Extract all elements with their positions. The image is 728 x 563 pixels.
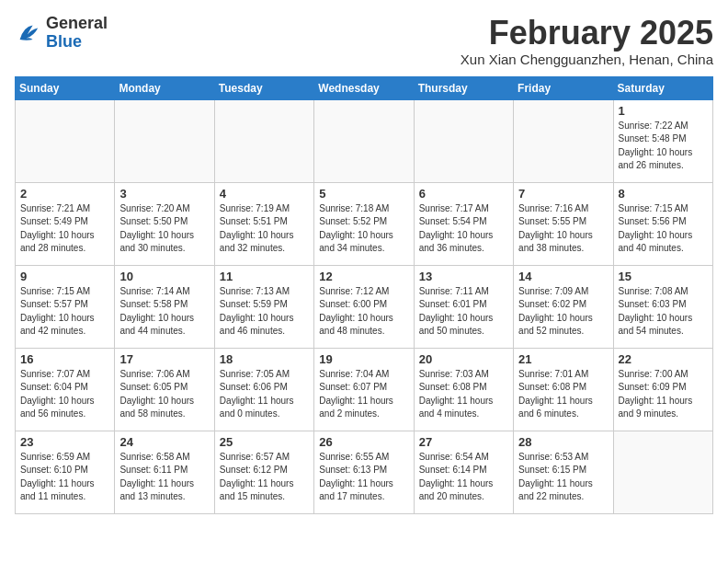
calendar-day-cell: 8Sunrise: 7:15 AM Sunset: 5:56 PM Daylig… bbox=[613, 182, 712, 265]
calendar-day-cell: 17Sunrise: 7:06 AM Sunset: 6:05 PM Dayli… bbox=[115, 348, 214, 431]
day-number: 12 bbox=[319, 270, 408, 283]
day-info: Sunrise: 7:14 AM Sunset: 5:58 PM Dayligh… bbox=[119, 285, 209, 339]
logo-bird-icon bbox=[15, 20, 40, 46]
day-number: 24 bbox=[119, 435, 209, 449]
day-info: Sunrise: 6:55 AM Sunset: 6:13 PM Dayligh… bbox=[319, 451, 408, 504]
calendar-day-cell: 24Sunrise: 6:58 AM Sunset: 6:11 PM Dayli… bbox=[115, 431, 214, 513]
weekday-header-row: SundayMondayTuesdayWednesdayThursdayFrid… bbox=[16, 76, 713, 99]
day-number: 21 bbox=[518, 352, 608, 366]
weekday-header-saturday: Saturday bbox=[613, 76, 712, 99]
calendar-day-cell: 6Sunrise: 7:17 AM Sunset: 5:54 PM Daylig… bbox=[414, 182, 513, 265]
logo-general: General bbox=[46, 14, 108, 32]
day-info: Sunrise: 7:20 AM Sunset: 5:50 PM Dayligh… bbox=[119, 202, 209, 256]
calendar-week-row: 9Sunrise: 7:15 AM Sunset: 5:57 PM Daylig… bbox=[16, 265, 713, 348]
calendar-day-cell bbox=[314, 99, 414, 182]
day-info: Sunrise: 7:05 AM Sunset: 6:06 PM Dayligh… bbox=[220, 368, 309, 421]
calendar-day-cell bbox=[16, 99, 115, 182]
day-number: 26 bbox=[319, 435, 408, 449]
day-number: 27 bbox=[419, 435, 508, 449]
calendar-day-cell: 20Sunrise: 7:03 AM Sunset: 6:08 PM Dayli… bbox=[414, 348, 513, 431]
calendar-day-cell: 13Sunrise: 7:11 AM Sunset: 6:01 PM Dayli… bbox=[414, 265, 513, 348]
day-number: 4 bbox=[220, 187, 309, 201]
logo: General Blue bbox=[15, 15, 108, 52]
day-info: Sunrise: 7:09 AM Sunset: 6:02 PM Dayligh… bbox=[518, 285, 608, 339]
calendar-day-cell: 11Sunrise: 7:13 AM Sunset: 5:59 PM Dayli… bbox=[214, 265, 313, 348]
weekday-header-sunday: Sunday bbox=[16, 76, 115, 99]
calendar-day-cell: 28Sunrise: 6:53 AM Sunset: 6:15 PM Dayli… bbox=[514, 431, 613, 513]
day-info: Sunrise: 7:21 AM Sunset: 5:49 PM Dayligh… bbox=[20, 202, 109, 256]
day-number: 3 bbox=[119, 187, 209, 201]
calendar-day-cell: 27Sunrise: 6:54 AM Sunset: 6:14 PM Dayli… bbox=[414, 431, 513, 513]
day-info: Sunrise: 7:15 AM Sunset: 5:57 PM Dayligh… bbox=[20, 285, 109, 339]
calendar-day-cell: 16Sunrise: 7:07 AM Sunset: 6:04 PM Dayli… bbox=[16, 348, 115, 431]
day-info: Sunrise: 7:15 AM Sunset: 5:56 PM Dayligh… bbox=[619, 202, 708, 256]
day-info: Sunrise: 7:04 AM Sunset: 6:07 PM Dayligh… bbox=[319, 368, 408, 421]
day-info: Sunrise: 7:00 AM Sunset: 6:09 PM Dayligh… bbox=[619, 368, 708, 421]
day-info: Sunrise: 7:17 AM Sunset: 5:54 PM Dayligh… bbox=[419, 202, 508, 256]
calendar-day-cell: 25Sunrise: 6:57 AM Sunset: 6:12 PM Dayli… bbox=[214, 431, 313, 513]
day-number: 16 bbox=[20, 352, 109, 366]
day-info: Sunrise: 7:22 AM Sunset: 5:48 PM Dayligh… bbox=[619, 120, 708, 173]
weekday-header-thursday: Thursday bbox=[414, 76, 513, 99]
calendar-day-cell: 18Sunrise: 7:05 AM Sunset: 6:06 PM Dayli… bbox=[214, 348, 313, 431]
calendar-day-cell: 23Sunrise: 6:59 AM Sunset: 6:10 PM Dayli… bbox=[16, 431, 115, 513]
day-number: 25 bbox=[220, 435, 309, 449]
day-info: Sunrise: 6:59 AM Sunset: 6:10 PM Dayligh… bbox=[20, 451, 109, 504]
weekday-header-wednesday: Wednesday bbox=[314, 76, 414, 99]
day-info: Sunrise: 7:19 AM Sunset: 5:51 PM Dayligh… bbox=[220, 202, 309, 256]
calendar-day-cell: 12Sunrise: 7:12 AM Sunset: 6:00 PM Dayli… bbox=[314, 265, 414, 348]
calendar-day-cell bbox=[115, 99, 214, 182]
calendar-day-cell: 5Sunrise: 7:18 AM Sunset: 5:52 PM Daylig… bbox=[314, 182, 414, 265]
day-info: Sunrise: 7:01 AM Sunset: 6:08 PM Dayligh… bbox=[518, 368, 608, 421]
calendar-day-cell bbox=[414, 99, 513, 182]
day-number: 8 bbox=[619, 187, 708, 201]
day-number: 6 bbox=[419, 187, 508, 201]
calendar-week-row: 1Sunrise: 7:22 AM Sunset: 5:48 PM Daylig… bbox=[16, 99, 713, 182]
calendar-day-cell bbox=[613, 431, 712, 513]
calendar-day-cell: 14Sunrise: 7:09 AM Sunset: 6:02 PM Dayli… bbox=[514, 265, 613, 348]
calendar-day-cell: 1Sunrise: 7:22 AM Sunset: 5:48 PM Daylig… bbox=[613, 99, 712, 182]
calendar-day-cell: 21Sunrise: 7:01 AM Sunset: 6:08 PM Dayli… bbox=[514, 348, 613, 431]
calendar-day-cell bbox=[214, 99, 313, 182]
day-info: Sunrise: 7:12 AM Sunset: 6:00 PM Dayligh… bbox=[319, 285, 408, 339]
day-number: 28 bbox=[518, 435, 608, 449]
weekday-header-friday: Friday bbox=[514, 76, 613, 99]
day-info: Sunrise: 6:53 AM Sunset: 6:15 PM Dayligh… bbox=[518, 451, 608, 504]
calendar-week-row: 16Sunrise: 7:07 AM Sunset: 6:04 PM Dayli… bbox=[16, 348, 713, 431]
calendar-day-cell: 2Sunrise: 7:21 AM Sunset: 5:49 PM Daylig… bbox=[16, 182, 115, 265]
logo-text: General Blue bbox=[46, 15, 108, 52]
logo-blue: Blue bbox=[46, 32, 82, 51]
day-info: Sunrise: 7:08 AM Sunset: 6:03 PM Dayligh… bbox=[619, 285, 708, 339]
day-number: 17 bbox=[119, 352, 209, 366]
month-title: February 2025 bbox=[461, 15, 713, 52]
day-info: Sunrise: 6:58 AM Sunset: 6:11 PM Dayligh… bbox=[119, 451, 209, 504]
day-info: Sunrise: 6:54 AM Sunset: 6:14 PM Dayligh… bbox=[419, 451, 508, 504]
calendar-day-cell: 4Sunrise: 7:19 AM Sunset: 5:51 PM Daylig… bbox=[214, 182, 313, 265]
calendar-day-cell: 10Sunrise: 7:14 AM Sunset: 5:58 PM Dayli… bbox=[115, 265, 214, 348]
calendar-day-cell: 19Sunrise: 7:04 AM Sunset: 6:07 PM Dayli… bbox=[314, 348, 414, 431]
day-number: 11 bbox=[220, 270, 309, 283]
day-info: Sunrise: 7:11 AM Sunset: 6:01 PM Dayligh… bbox=[419, 285, 508, 339]
day-info: Sunrise: 7:07 AM Sunset: 6:04 PM Dayligh… bbox=[20, 368, 109, 421]
weekday-header-tuesday: Tuesday bbox=[214, 76, 313, 99]
day-number: 9 bbox=[20, 270, 109, 283]
day-number: 18 bbox=[220, 352, 309, 366]
weekday-header-monday: Monday bbox=[115, 76, 214, 99]
day-number: 23 bbox=[20, 435, 109, 449]
calendar-day-cell: 9Sunrise: 7:15 AM Sunset: 5:57 PM Daylig… bbox=[16, 265, 115, 348]
calendar-day-cell bbox=[514, 99, 613, 182]
calendar-day-cell: 7Sunrise: 7:16 AM Sunset: 5:55 PM Daylig… bbox=[514, 182, 613, 265]
day-number: 13 bbox=[419, 270, 508, 283]
calendar-day-cell: 22Sunrise: 7:00 AM Sunset: 6:09 PM Dayli… bbox=[613, 348, 712, 431]
calendar-day-cell: 15Sunrise: 7:08 AM Sunset: 6:03 PM Dayli… bbox=[613, 265, 712, 348]
day-info: Sunrise: 7:03 AM Sunset: 6:08 PM Dayligh… bbox=[419, 368, 508, 421]
day-info: Sunrise: 7:18 AM Sunset: 5:52 PM Dayligh… bbox=[319, 202, 408, 256]
day-number: 10 bbox=[119, 270, 209, 283]
day-info: Sunrise: 6:57 AM Sunset: 6:12 PM Dayligh… bbox=[220, 451, 309, 504]
day-number: 15 bbox=[619, 270, 708, 283]
day-number: 19 bbox=[319, 352, 408, 366]
calendar-week-row: 2Sunrise: 7:21 AM Sunset: 5:49 PM Daylig… bbox=[16, 182, 713, 265]
day-info: Sunrise: 7:06 AM Sunset: 6:05 PM Dayligh… bbox=[119, 368, 209, 421]
title-block: February 2025 Xun Xian Chengguanzhen, He… bbox=[461, 15, 713, 67]
day-number: 1 bbox=[619, 104, 708, 118]
